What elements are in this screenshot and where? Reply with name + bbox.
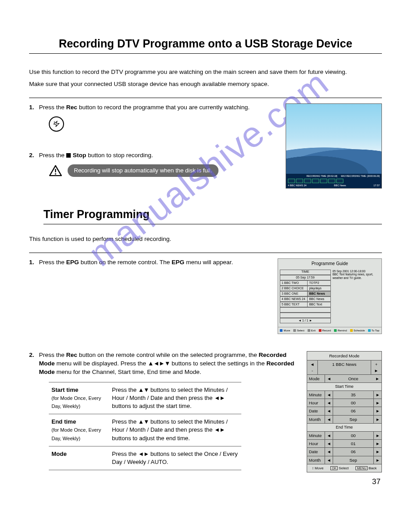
epg-pager: ◄ 1 / 1 ► (280, 318, 331, 323)
rmode-field-label: Date (307, 448, 325, 455)
left-arrow-icon: ◄ (325, 375, 333, 382)
setting-sublabel: (for Mode Once, Every Day, Weekly) (51, 395, 101, 409)
tv-control-icon (288, 179, 295, 183)
divider (29, 253, 382, 253)
rmode-field-value: 06 (333, 448, 373, 455)
epg-info-desc: BBC Text featuring news, sport, weather … (333, 273, 379, 280)
rmode-field-value: 00 (333, 399, 373, 407)
setting-label: End time (51, 418, 76, 425)
tv-time: 17:57 (373, 184, 380, 188)
epg-channel: 3 BBC ONE (280, 291, 307, 296)
svg-point-0 (54, 121, 55, 122)
max-rec-time: MAX RECORDING TIME: [3000:06:29] (341, 175, 380, 178)
left-arrow-icon: ◄ (325, 391, 333, 399)
tv-channel: 4 BBC NEWS 24 (288, 184, 307, 188)
left-arrow-icon: ◄ (325, 440, 333, 447)
tv-control-icon (336, 179, 343, 183)
start-time-header: Start Time (307, 383, 381, 391)
epg-channel: 4 BBC NEWS 24 (280, 296, 307, 302)
rmode-field-label: Hour (307, 399, 325, 407)
tv-control-icon (328, 179, 335, 183)
rmode-field-value: 06 (333, 407, 373, 415)
rec-time: RECORDING TIME: [00:02:18] (307, 175, 338, 178)
step2-text: button to stop recording. (86, 152, 153, 159)
tv-control-icon (296, 179, 303, 183)
legend-item: To Top (368, 329, 380, 332)
ch-name: 1 BBC News (318, 360, 371, 374)
step1-text: button to record the programme that you … (77, 104, 250, 111)
right-arrow-icon: ► (373, 456, 381, 464)
ch-minus: ◄ - (307, 360, 318, 374)
epg-programme: BBC Text (307, 302, 330, 307)
setting-desc: Press the ◄► buttons to select the Once … (109, 446, 241, 470)
epg-programme: playdays (307, 286, 330, 291)
tv-prog: BBC News (334, 184, 346, 188)
mode-value: Once (333, 375, 373, 382)
step-number: 2. (29, 151, 39, 177)
right-arrow-icon: ► (373, 432, 381, 439)
rmode-field-label: Minute (307, 432, 325, 439)
menu-key: MENU (355, 466, 368, 470)
step2-text: Press the (39, 152, 66, 159)
left-arrow-icon: ◄ (325, 416, 333, 423)
legend-item: Remind (334, 329, 347, 332)
rmode-field-label: Month (307, 456, 325, 464)
footer-select: Select (339, 466, 349, 470)
stop-icon (66, 153, 71, 158)
step3-text: Press the (39, 259, 66, 266)
tv-screenshot: RECORDING TIME: [00:02:18] MAX RECORDING… (286, 103, 382, 189)
arrow-icons: ▲◄►▼ (148, 360, 170, 367)
legend-item: Schedule (350, 329, 365, 332)
ch-plus: + ► (371, 360, 381, 374)
setting-label: Mode (51, 450, 67, 457)
step4-text: button on the remote control while on th… (77, 352, 259, 358)
intro-text-3: This function is used to perform schedul… (29, 235, 382, 244)
tv-control-icon (304, 179, 311, 183)
rmode-field-value: Sep (333, 456, 373, 464)
epg-channel: 1 BBC TWO (280, 280, 307, 286)
epg-date: 05 Sep 17:59 (280, 275, 331, 280)
epg-programme: BBC News (307, 291, 330, 296)
left-arrow-icon: ◄ (325, 399, 333, 407)
setting-sublabel: (for Mode Once, Every Day, Weekly) (51, 427, 101, 441)
record-button-icon (49, 116, 64, 132)
heading-timer: Timer Programming (43, 206, 382, 224)
warning-icon (49, 165, 62, 176)
right-arrow-icon: ► (373, 416, 381, 423)
rmode-field-label: Hour (307, 440, 325, 447)
heading-recording: Recording DTV Programme onto a USB Stora… (29, 36, 382, 54)
recorded-mode-panel: Recorded Mode ◄ - 1 BBC News + ► Mode ◄ … (307, 351, 382, 472)
step3-text: menu will appear. (184, 259, 233, 266)
epg-title: Programme Guide (278, 259, 381, 269)
legend-item: Select (293, 329, 304, 332)
step4-text: menu will be displayed. Press the (55, 360, 148, 367)
rec-label: Rec (66, 352, 77, 358)
move-icon: ↕ (312, 466, 314, 470)
svg-point-2 (55, 173, 56, 175)
epg-label: EPG (66, 259, 79, 266)
step4-text: menu for the Channel, Start time, End ti… (55, 369, 201, 375)
step1-text: Press the (39, 104, 66, 111)
legend-item: Record (319, 329, 331, 332)
ok-key: OK (330, 466, 338, 470)
left-arrow-icon: ◄ (325, 456, 333, 464)
rec-label: Rec (66, 104, 77, 111)
rmode-field-label: Minute (307, 391, 325, 399)
left-arrow-icon: ◄ (325, 432, 333, 439)
step-number: 1. (29, 103, 39, 141)
right-arrow-icon: ► (373, 407, 381, 415)
epg-empty (280, 307, 331, 313)
tv-control-icon (320, 179, 327, 183)
step3-text: button on the remote control. The (79, 259, 171, 266)
setting-label: Start time (51, 386, 78, 393)
divider (29, 98, 382, 98)
setting-desc: Press the ▲▼ buttons to select the Minut… (109, 382, 241, 414)
epg-empty (280, 313, 331, 318)
rmode-field-value: Sep (333, 416, 373, 423)
epg-programme: TOTP2 (307, 280, 330, 286)
step-number: 1. (29, 258, 39, 267)
right-arrow-icon: ► (373, 391, 381, 399)
rmode-field-label: Date (307, 407, 325, 415)
legend-item: Move (280, 329, 290, 332)
epg-channel: 2 BBC CHOICE (280, 286, 307, 291)
